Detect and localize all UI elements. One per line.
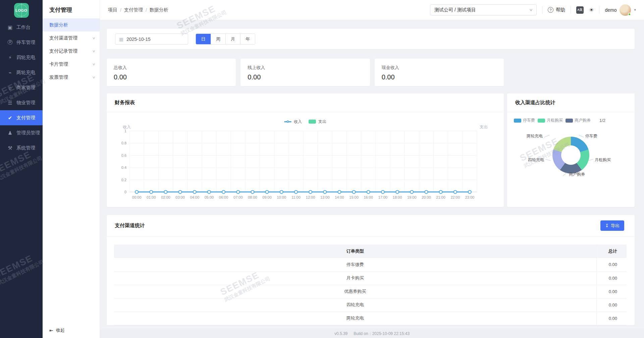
svg-text:10:00: 10:00 — [277, 195, 286, 199]
column-header-order-type: 订单类型 — [114, 245, 596, 258]
submenu-item[interactable]: 发票管理∨ — [43, 71, 100, 84]
collapse-icon: ⇤ — [49, 328, 53, 333]
svg-text:07:00: 07:00 — [233, 195, 243, 199]
submenu-item[interactable]: 数据分析 — [43, 18, 100, 31]
legend-item[interactable]: 停车费 — [514, 118, 535, 123]
svg-text:21:00: 21:00 — [436, 195, 445, 199]
panel-header: 支付渠道统计 ↧ 导出 — [107, 215, 635, 236]
sidebar-item-system[interactable]: ⚒系统管理 — [0, 140, 43, 155]
breadcrumb: 项目/支付管理/数据分析 — [108, 7, 168, 13]
sidebar-item-label: 管理员管理 — [16, 130, 40, 136]
legend-item[interactable]: 收入 — [284, 119, 302, 125]
breadcrumb-item[interactable]: 数据分析 — [150, 7, 168, 13]
svg-text:15:00: 15:00 — [349, 195, 359, 199]
sidebar-item-merchant[interactable]: ⌂商家管理 — [0, 80, 43, 95]
help-button[interactable]: ? 帮助 — [548, 7, 565, 13]
user-menu[interactable]: demo ▾ — [605, 4, 636, 16]
range-button[interactable]: 月 — [225, 34, 240, 44]
bike-charging-icon: ⌁ — [7, 70, 13, 76]
sidebar-item-label: 商家管理 — [16, 85, 35, 91]
sidebar-item-bike-charging[interactable]: ⌁两轮充电 — [0, 65, 43, 80]
sidebar-item-label: 系统管理 — [16, 145, 35, 151]
svg-text:09:00: 09:00 — [262, 195, 272, 199]
range-button[interactable]: 日 — [196, 34, 211, 44]
legend-item[interactable]: 商户购券 — [566, 118, 591, 123]
income-channel-panel: 收入渠道占比统计 停车费月租购买商户购券1/2 停车费月租购买商户购券四轮充电两… — [507, 93, 635, 207]
sidebar-item-admin[interactable]: ♟管理员管理 — [0, 125, 43, 140]
donut-chart-area: 停车费月租购买商户购券四轮充电两轮充电 — [507, 123, 635, 200]
export-button[interactable]: ↧ 导出 — [600, 220, 624, 231]
page-content: ▦ 2025-10-15 日周月年 总收入0.00线上收入0.00现金收入0.0… — [100, 20, 644, 338]
range-button[interactable]: 周 — [211, 34, 225, 44]
legend-pagination[interactable]: 1/2 — [599, 118, 605, 123]
table-row: 月卡购买0.00 — [114, 271, 627, 285]
parking-icon: Ⓟ — [7, 39, 13, 46]
order-type-cell: 月卡购买 — [114, 271, 596, 285]
legend-item[interactable]: 支出 — [309, 119, 326, 125]
svg-text:20:00: 20:00 — [422, 195, 431, 199]
stat-card: 线上收入0.00 — [240, 59, 370, 86]
y-axis-name-right: 支出 — [480, 124, 488, 130]
help-icon: ? — [548, 7, 553, 13]
date-picker[interactable]: ▦ 2025-10-15 — [115, 33, 188, 45]
svg-text:0.6: 0.6 — [121, 153, 126, 157]
collapse-label: 收起 — [56, 327, 65, 333]
submenu-item[interactable]: 支付渠道管理∨ — [43, 31, 100, 45]
stat-value: 0.00 — [114, 73, 229, 81]
breadcrumb-item[interactable]: 支付管理 — [124, 7, 143, 13]
svg-text:05:00: 05:00 — [205, 195, 214, 199]
primary-sidebar: LOGO ▣工作台Ⓟ停车管理⚡四轮充电⌁两轮充电⌂商家管理☰物业管理✔支付管理♟… — [0, 0, 43, 338]
sidebar-item-label: 两轮充电 — [16, 70, 35, 76]
language-icon[interactable]: A文 — [576, 6, 584, 14]
svg-text:0.4: 0.4 — [121, 165, 126, 170]
sidebar-item-label: 支付管理 — [16, 115, 35, 121]
sidebar-item-label: 四轮充电 — [16, 55, 35, 61]
download-icon: ↧ — [605, 223, 609, 228]
collapse-sidebar-button[interactable]: ⇤ 收起 — [49, 327, 65, 333]
legend-item[interactable]: 月租购买 — [538, 118, 563, 123]
secondary-sidebar: 支付管理 数据分析支付渠道管理∨支付记录管理∨卡片管理∨发票管理∨ ⇤ 收起 — [43, 0, 100, 338]
header-actions: 测试公司 / 测试项目 ∨ ? 帮助 A文 ☀ demo ▾ — [430, 4, 636, 16]
donut-label: 停车费 — [585, 133, 597, 139]
submenu-item[interactable]: 卡片管理∨ — [43, 58, 100, 71]
line-chart-area: 收入 支出 收入支出 00.20.40.60.8100:0001:0002:00… — [107, 118, 504, 206]
svg-text:0.2: 0.2 — [121, 178, 126, 182]
app-root: LOGO ▣工作台Ⓟ停车管理⚡四轮充电⌁两轮充电⌂商家管理☰物业管理✔支付管理♟… — [0, 0, 644, 338]
table-row: 优惠券购买0.00 — [114, 285, 627, 298]
logo-text: LOGO — [15, 8, 27, 12]
chevron-down-icon: ∨ — [92, 49, 95, 53]
donut-chart — [552, 137, 589, 174]
panel-title: 支付渠道统计 — [115, 222, 145, 229]
svg-text:03:00: 03:00 — [175, 195, 185, 199]
finance-report-panel: 财务报表 收入 支出 收入支出 00.20.40.60.8100:0001:00… — [107, 93, 504, 207]
legend-label: 支出 — [318, 119, 326, 125]
range-button[interactable]: 年 — [240, 34, 255, 44]
stat-card: 现金收入0.00 — [375, 59, 504, 86]
sidebar-item-property[interactable]: ☰物业管理 — [0, 95, 43, 110]
svg-text:12:00: 12:00 — [306, 195, 315, 199]
sidebar-item-parking[interactable]: Ⓟ停车管理 — [0, 35, 43, 50]
svg-text:01:00: 01:00 — [147, 195, 156, 199]
chart-legend: 收入支出 — [111, 118, 500, 126]
sidebar-item-payment[interactable]: ✔支付管理 — [0, 110, 43, 125]
chevron-down-icon: ∨ — [92, 62, 95, 66]
breadcrumb-item[interactable]: 项目 — [108, 7, 117, 13]
sidebar-item-workbench[interactable]: ▣工作台 — [0, 20, 43, 35]
theme-toggle-icon[interactable]: ☀ — [589, 7, 594, 13]
date-value: 2025-10-15 — [126, 37, 151, 42]
svg-text:02:00: 02:00 — [161, 195, 170, 199]
user-name: demo — [605, 7, 616, 13]
chevron-down-icon: ∨ — [92, 36, 95, 40]
submenu-item[interactable]: 支付记录管理∨ — [43, 45, 100, 58]
panel-title: 财务报表 — [115, 99, 135, 106]
sidebar-item-car-charging[interactable]: ⚡四轮充电 — [0, 50, 43, 65]
order-type-table: 订单类型 总计 停车缴费0.00月卡购买0.00优惠券购买0.00四轮充电0.0… — [114, 245, 627, 325]
project-select[interactable]: 测试公司 / 测试项目 ∨ — [430, 4, 537, 15]
legend-swatch — [566, 119, 573, 123]
breadcrumb-separator: / — [120, 7, 121, 13]
total-cell: 0.00 — [596, 258, 627, 271]
payment-icon: ✔ — [7, 115, 13, 121]
stat-card: 总收入0.00 — [107, 59, 236, 86]
stat-label: 线上收入 — [248, 65, 363, 71]
column-header-total: 总计 — [596, 245, 627, 258]
